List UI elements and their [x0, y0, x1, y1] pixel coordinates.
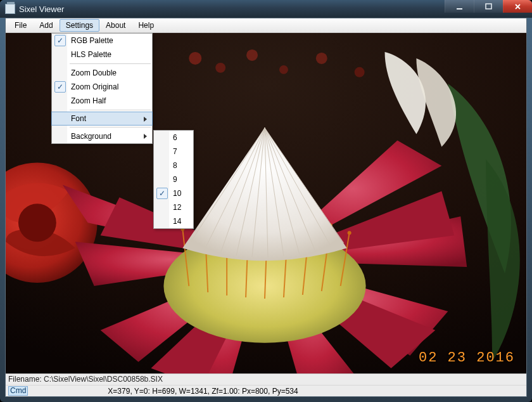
- menu-label: Zoom Half: [71, 96, 106, 105]
- font-option-7[interactable]: 7: [154, 145, 193, 159]
- window-title: Sixel Viewer: [19, 4, 445, 14]
- menu-label: 6: [173, 133, 177, 142]
- svg-point-29: [348, 231, 352, 235]
- menu-label: Background: [71, 132, 111, 141]
- svg-point-5: [246, 49, 258, 61]
- submenu-arrow-icon: [144, 134, 147, 139]
- svg-point-6: [279, 65, 288, 74]
- svg-point-8: [355, 67, 365, 77]
- check-icon: ✓: [54, 81, 66, 93]
- client-area: File Add Settings About Help: [5, 18, 527, 397]
- menu-label: Zoom Double: [71, 68, 117, 77]
- close-button[interactable]: [503, 0, 532, 13]
- font-option-10[interactable]: ✓ 10: [154, 186, 193, 200]
- svg-rect-0: [457, 8, 462, 10]
- menu-separator: [70, 63, 151, 64]
- check-icon: ✓: [156, 188, 168, 199]
- submenu-arrow-icon: [144, 117, 147, 122]
- svg-point-10: [18, 204, 56, 242]
- menu-label: Font: [71, 114, 86, 123]
- menubar: File Add Settings About Help: [6, 18, 526, 33]
- menu-separator: [70, 110, 151, 110]
- svg-rect-1: [486, 4, 491, 9]
- image-viewport[interactable]: 02 23 2016 ✓ RGB Palette HLS Palette Zoo…: [6, 33, 526, 373]
- menu-about[interactable]: About: [99, 19, 132, 32]
- titlebar[interactable]: Sixel Viewer: [0, 0, 532, 18]
- status-bar: Cmd X=379, Y=0: H=699, W=1341, Zf=1.00: …: [6, 385, 526, 396]
- menu-separator: [70, 127, 151, 127]
- menu-zoom-half[interactable]: Zoom Half: [52, 94, 152, 108]
- maximize-button[interactable]: [474, 0, 503, 13]
- photo-timestamp: 02 23 2016: [419, 350, 515, 366]
- menu-zoom-double[interactable]: Zoom Double: [52, 66, 152, 80]
- menu-label: Zoom Original: [71, 82, 118, 91]
- menu-settings[interactable]: Settings: [60, 19, 99, 32]
- menu-file[interactable]: File: [8, 19, 33, 32]
- font-option-12[interactable]: 12: [154, 200, 193, 214]
- menu-zoom-original[interactable]: ✓ Zoom Original: [52, 80, 152, 94]
- menu-label: HLS Palette: [71, 50, 111, 59]
- menu-hls-palette[interactable]: HLS Palette: [52, 48, 152, 62]
- filename-label: Filename:: [8, 375, 42, 384]
- status-filename: Filename: C:\SixelView\Sixel\DSC00858b.S…: [6, 373, 526, 385]
- svg-point-3: [189, 52, 201, 65]
- filename-path: C:\SixelView\Sixel\DSC00858b.SIX: [44, 375, 163, 384]
- menu-label: 8: [173, 161, 177, 170]
- menu-help[interactable]: Help: [132, 19, 160, 32]
- font-option-8[interactable]: 8: [154, 159, 193, 172]
- menu-label: 14: [173, 217, 181, 226]
- font-submenu: 6 7 8 9 ✓ 10 12 14: [153, 130, 194, 229]
- window-controls: [445, 0, 532, 18]
- settings-dropdown: ✓ RGB Palette HLS Palette Zoom Double ✓ …: [51, 33, 153, 144]
- menu-rgb-palette[interactable]: ✓ RGB Palette: [52, 34, 152, 48]
- menu-label: 9: [173, 175, 177, 184]
- menu-label: 7: [173, 147, 177, 156]
- cmd-input[interactable]: Cmd: [8, 386, 28, 396]
- window-chrome: Sixel Viewer File Add Settings About Hel…: [0, 0, 532, 402]
- menu-label: RGB Palette: [71, 36, 113, 45]
- menu-add[interactable]: Add: [33, 19, 59, 32]
- font-option-6[interactable]: 6: [154, 131, 193, 145]
- menu-label: 10: [173, 189, 181, 198]
- svg-point-4: [215, 63, 225, 73]
- svg-point-7: [316, 53, 327, 64]
- font-option-9[interactable]: 9: [154, 172, 193, 186]
- minimize-button[interactable]: [445, 0, 474, 13]
- menu-font[interactable]: Font: [51, 112, 153, 126]
- status-coords: X=379, Y=0: H=699, W=1341, Zf=1.00: Px=8…: [108, 387, 298, 396]
- menu-label: 12: [173, 203, 181, 212]
- app-icon: [5, 4, 15, 14]
- check-icon: ✓: [54, 35, 66, 46]
- menu-background[interactable]: Background: [52, 129, 152, 143]
- font-option-14[interactable]: 14: [154, 214, 193, 228]
